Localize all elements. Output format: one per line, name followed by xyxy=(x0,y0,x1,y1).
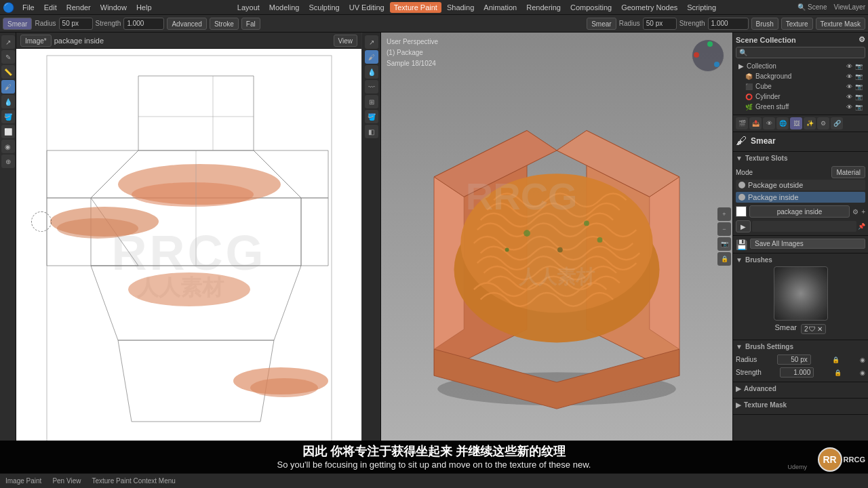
stroke-btn[interactable]: Stroke xyxy=(210,18,239,30)
sc-item-cube[interactable]: ⬛ Cube 👁 📷 xyxy=(743,81,865,92)
sc-item-cylinder[interactable]: ⭕ Cylinder 👁 📷 xyxy=(743,92,865,102)
tool-measure[interactable]: 📏 xyxy=(1,65,15,79)
uv-view-btn[interactable]: View xyxy=(334,35,358,47)
strength-input2[interactable] xyxy=(708,18,749,30)
tool-select[interactable]: ↗ xyxy=(1,35,15,49)
menu-rendering[interactable]: Rendering xyxy=(522,2,565,13)
tool-annotate[interactable]: ✎ xyxy=(1,50,15,64)
uv-image-btn[interactable]: Image* xyxy=(20,35,52,47)
tool-cursor[interactable]: ⊕ xyxy=(1,155,15,168)
menu-texture-paint[interactable]: Texture Paint xyxy=(390,2,441,13)
smear-delete-icon[interactable]: ✕ xyxy=(817,325,823,333)
strength-input[interactable] xyxy=(123,18,164,30)
mode-smear-btn[interactable]: Smear xyxy=(3,18,32,30)
slot-pkg-outside[interactable]: Package outside xyxy=(736,180,865,190)
tool-smear[interactable]: 💧 xyxy=(1,95,15,108)
menu-edit[interactable]: Edit xyxy=(40,2,61,13)
image-settings-icon[interactable]: ⚙ xyxy=(852,208,859,216)
sc-item-background[interactable]: 📦 Background 👁 📷 xyxy=(743,71,865,81)
bs-collapse-icon[interactable]: ▼ xyxy=(736,343,743,350)
tm-collapse-icon[interactable]: ▶ xyxy=(736,401,741,409)
sc-bg-eye[interactable]: 👁 xyxy=(846,73,852,80)
menu-file[interactable]: File xyxy=(18,2,39,13)
slot-pkg-inside[interactable]: Package inside xyxy=(736,192,865,203)
smear-mode-btn2[interactable]: Smear xyxy=(587,18,616,30)
sc-cube-render[interactable]: 📷 xyxy=(855,83,863,90)
sc-eye-icon[interactable]: 👁 xyxy=(846,63,852,70)
image-pin-icon[interactable]: 📌 xyxy=(858,223,865,230)
sc-search-input[interactable] xyxy=(736,47,865,58)
prop-icon-render[interactable]: 🎬 xyxy=(736,117,748,129)
sc-green-render[interactable]: 📷 xyxy=(855,104,863,110)
bs-strength-anim-icon[interactable]: ◉ xyxy=(860,369,865,376)
prop-icon-output[interactable]: 📤 xyxy=(749,117,762,129)
image-preview-swatch xyxy=(736,206,747,217)
tool-erase[interactable]: ⬜ xyxy=(1,125,15,138)
sc-cube-eye[interactable]: 👁 xyxy=(846,83,852,90)
menu-help[interactable]: Help xyxy=(132,2,156,13)
save-all-images-btn[interactable]: Save All Images xyxy=(750,239,865,249)
uv-canvas: RRCG 人人素材 xyxy=(16,49,361,441)
menu-layout[interactable]: Layout xyxy=(233,2,264,13)
prop-icon-particles[interactable]: ✨ xyxy=(804,117,816,129)
menu-render[interactable]: Render xyxy=(62,2,95,13)
vp-camera[interactable]: 📷 xyxy=(717,237,731,251)
sc-bg-render[interactable]: 📷 xyxy=(855,73,863,80)
prop-icon-texture[interactable]: 🖼 xyxy=(790,117,802,129)
tool-mask[interactable]: ◉ xyxy=(1,140,15,153)
sc-item-green[interactable]: 🌿 Green stuff 👁 📷 xyxy=(743,102,865,112)
tp-select[interactable]: ↗ xyxy=(365,35,378,49)
tp-soften[interactable]: 💧 xyxy=(365,65,378,79)
sc-filter-icon[interactable]: ⚙ xyxy=(859,35,865,44)
sc-cyl-eye[interactable]: 👁 xyxy=(846,94,852,100)
tool-paint[interactable]: 🖌 xyxy=(1,80,15,94)
adv-collapse-icon[interactable]: ▶ xyxy=(736,385,741,392)
prop-icon-constraints[interactable]: 🔗 xyxy=(831,117,843,129)
image-slider xyxy=(752,221,856,232)
menu-uv-editing[interactable]: UV Editing xyxy=(345,2,389,13)
properties-icons: 🎬 📤 👁 🌐 🖼 ✨ ⚙ 🔗 xyxy=(733,115,868,132)
texture-btn[interactable]: Texture xyxy=(781,18,813,30)
sc-cyl-render[interactable]: 📷 xyxy=(855,94,863,100)
image-new-icon[interactable]: + xyxy=(861,208,865,216)
tp-fill[interactable]: 🪣 xyxy=(365,110,378,123)
falloff-btn[interactable]: Fal xyxy=(241,18,260,30)
radius-input[interactable] xyxy=(59,18,93,30)
menu-window[interactable]: Window xyxy=(96,2,131,13)
menu-sculpting[interactable]: Sculpting xyxy=(304,2,343,13)
sc-item-collection[interactable]: ▶ Collection 👁 📷 xyxy=(736,61,865,71)
sc-green-eye[interactable]: 👁 xyxy=(846,104,852,110)
prop-icon-view[interactable]: 👁 xyxy=(763,117,775,129)
menu-geo-nodes[interactable]: Geometry Nodes xyxy=(617,2,682,13)
brushes-collapse-icon[interactable]: ▼ xyxy=(736,256,743,264)
image-play-btn[interactable]: ▶ xyxy=(736,220,751,232)
tp-clone[interactable]: ⊞ xyxy=(365,95,378,108)
texture-mask-btn[interactable]: Texture Mask xyxy=(816,18,865,30)
tp-paint[interactable]: 🖌 xyxy=(365,50,378,64)
image-controls: ▶ 📌 xyxy=(736,220,865,232)
tool-fill[interactable]: 🪣 xyxy=(1,110,15,123)
bs-radius-lock-icon[interactable]: 🔒 xyxy=(832,357,840,363)
radius-input2[interactable] xyxy=(643,18,677,30)
vp-zoom-in[interactable]: + xyxy=(717,207,731,221)
image-name-btn[interactable]: package inside xyxy=(749,205,850,218)
tp-smear[interactable]: 〰 xyxy=(365,80,378,94)
menu-modeling[interactable]: Modeling xyxy=(265,2,304,13)
vp-zoom-out[interactable]: − xyxy=(717,222,731,236)
sc-cam-icon[interactable]: 📷 xyxy=(855,63,863,70)
ts-collapse-icon[interactable]: ▼ xyxy=(736,155,743,162)
brush-btn[interactable]: Brush xyxy=(751,18,778,30)
tp-mask[interactable]: ◧ xyxy=(365,125,378,138)
prop-icon-physics[interactable]: ⚙ xyxy=(817,117,829,129)
main-toolbar: Smear Radius Strength Advanced Stroke Fa… xyxy=(0,15,868,33)
menu-compositing[interactable]: Compositing xyxy=(566,2,616,13)
mode-val-btn[interactable]: Material xyxy=(831,166,865,178)
bs-strength-lock-icon[interactable]: 🔒 xyxy=(834,369,842,376)
menu-scripting[interactable]: Scripting xyxy=(683,2,720,13)
menu-animation[interactable]: Animation xyxy=(479,2,521,13)
bs-radius-anim-icon[interactable]: ◉ xyxy=(860,357,865,363)
menu-shading[interactable]: Shading xyxy=(443,2,478,13)
prop-icon-scene[interactable]: 🌐 xyxy=(776,117,789,129)
vp-lock[interactable]: 🔒 xyxy=(717,252,731,266)
advanced-btn[interactable]: Advanced xyxy=(167,18,206,30)
